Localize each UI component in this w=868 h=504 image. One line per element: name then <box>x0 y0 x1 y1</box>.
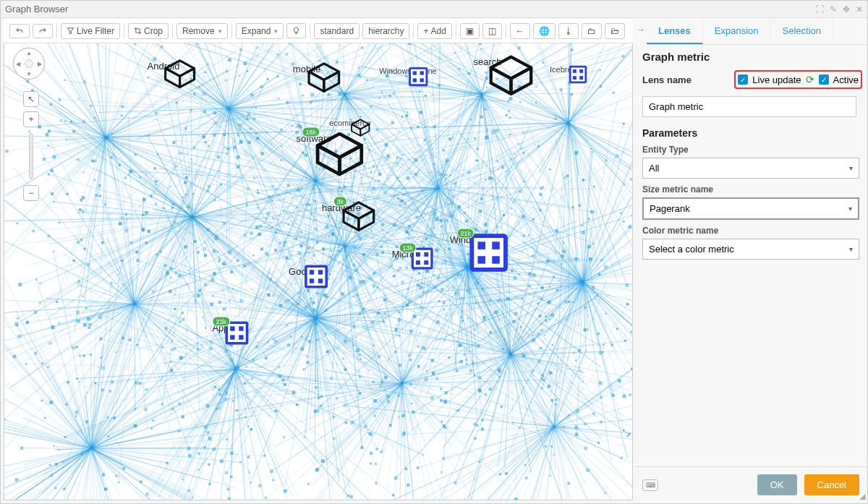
active-checkbox[interactable]: ✓ <box>819 74 829 85</box>
undo-button[interactable] <box>9 24 30 38</box>
folder-icon[interactable]: 🗀 <box>582 23 602 39</box>
svg-rect-3637 <box>343 186 346 189</box>
tab-lenses[interactable]: Lenses <box>647 19 703 44</box>
svg-rect-2529 <box>373 86 374 87</box>
svg-rect-2432 <box>237 155 240 158</box>
back-icon[interactable]: ← <box>510 23 530 39</box>
expand-dropdown[interactable]: Expand <box>236 23 284 39</box>
svg-rect-2460 <box>278 98 280 100</box>
layout-hierarchy[interactable]: hierarchy <box>362 23 409 39</box>
svg-rect-2754 <box>333 417 335 419</box>
pan-down-icon[interactable]: ▼ <box>26 71 32 77</box>
frame-icon[interactable]: ◫ <box>482 23 502 39</box>
close-icon[interactable]: ✕ <box>856 4 863 14</box>
svg-rect-2988 <box>439 173 443 176</box>
resize-handle-icon[interactable]: ◢ <box>859 492 865 501</box>
refresh-icon[interactable]: ⟳ <box>806 74 814 85</box>
svg-rect-3506 <box>150 195 152 197</box>
svg-rect-3211 <box>440 388 442 390</box>
lightbulb-button[interactable] <box>286 23 306 38</box>
svg-rect-2705 <box>354 218 357 221</box>
svg-rect-3210 <box>328 273 331 276</box>
svg-rect-3536 <box>148 230 150 233</box>
graph-canvas[interactable]: Androidmobile Windows Phonesearchecommer… <box>4 43 632 500</box>
keyboard-icon[interactable]: ⌨ <box>642 479 658 491</box>
svg-rect-2458 <box>237 134 239 137</box>
pan-up-icon[interactable]: ▲ <box>26 50 32 56</box>
svg-rect-3345 <box>244 417 246 418</box>
svg-rect-3186 <box>307 483 310 485</box>
svg-rect-2717 <box>362 308 365 311</box>
svg-rect-2578 <box>479 43 482 45</box>
pan-right-icon[interactable]: ▶ <box>38 61 42 67</box>
svg-rect-2450 <box>361 46 364 49</box>
zoom-in-button[interactable]: + <box>23 111 39 127</box>
svg-rect-2454 <box>225 80 226 81</box>
ok-button[interactable]: OK <box>757 474 797 495</box>
svg-rect-2494 <box>246 204 248 206</box>
download-icon[interactable]: ⭳ <box>558 23 579 39</box>
svg-rect-2720 <box>233 146 237 150</box>
zoom-slider[interactable] <box>29 133 33 179</box>
svg-rect-2759 <box>399 158 402 161</box>
graph-viewport[interactable]: Androidmobile Windows Phonesearchecommer… <box>4 43 633 500</box>
image-export-icon[interactable]: ▣ <box>460 23 480 39</box>
tab-expansion[interactable]: Expansion <box>703 19 771 44</box>
svg-rect-3509 <box>18 283 22 286</box>
pan-left-icon[interactable]: ◀ <box>16 61 20 67</box>
move-icon[interactable]: ✥ <box>843 4 850 14</box>
layout-standard[interactable]: standard <box>314 23 359 39</box>
pointer-tool[interactable]: ↖ <box>23 91 39 107</box>
svg-rect-3631 <box>421 283 422 284</box>
svg-rect-3694 <box>394 477 398 480</box>
svg-rect-2994 <box>548 301 551 304</box>
svg-rect-3437 <box>315 380 316 382</box>
zoom-out-button[interactable]: − <box>23 185 39 201</box>
svg-rect-3293 <box>203 446 206 449</box>
color-metric-select[interactable]: Select a color metric <box>642 239 859 260</box>
svg-rect-2803 <box>305 306 307 309</box>
svg-rect-3573 <box>82 210 85 213</box>
size-metric-select[interactable]: Pagerank <box>642 197 859 220</box>
live-filter-button[interactable]: Live Filter <box>61 23 120 39</box>
remove-dropdown[interactable]: Remove <box>176 23 228 39</box>
svg-rect-2699 <box>465 220 468 223</box>
svg-rect-2976 <box>506 297 509 300</box>
cancel-button[interactable]: Cancel <box>804 474 859 495</box>
svg-rect-2715 <box>408 238 410 240</box>
panel-collapse-icon[interactable]: → <box>635 19 647 45</box>
svg-rect-3543 <box>135 251 138 254</box>
lens-name-input[interactable] <box>642 96 856 117</box>
svg-rect-2535 <box>319 60 320 61</box>
add-button[interactable]: + Add <box>417 23 451 39</box>
pan-control[interactable]: ▲ ▼ ▶ ◀ <box>13 48 45 80</box>
svg-rect-2795 <box>330 377 333 380</box>
svg-rect-2769 <box>376 252 380 256</box>
svg-rect-2465 <box>363 166 365 167</box>
svg-rect-2375 <box>121 114 123 116</box>
svg-rect-2420 <box>53 155 56 159</box>
edit-icon[interactable]: ✎ <box>830 4 837 14</box>
svg-rect-2406 <box>77 280 80 283</box>
svg-rect-2889 <box>469 293 470 294</box>
entity-type-select[interactable]: All <box>642 158 859 179</box>
svg-rect-2360 <box>84 248 86 250</box>
live-update-checkbox[interactable]: ✓ <box>738 74 748 85</box>
svg-rect-3110 <box>413 268 416 271</box>
svg-rect-3700 <box>480 197 483 200</box>
svg-rect-2899 <box>405 74 408 77</box>
folder-open-icon[interactable]: 🗁 <box>605 23 625 39</box>
tab-selection[interactable]: Selection <box>771 19 833 44</box>
svg-rect-2957 <box>629 225 631 228</box>
redo-button[interactable] <box>33 24 53 38</box>
svg-rect-3271 <box>512 422 514 424</box>
fullscreen-icon[interactable]: ⛶ <box>815 4 824 14</box>
svg-rect-3690 <box>605 313 607 315</box>
globe-icon[interactable]: 🌐 <box>533 23 556 39</box>
svg-rect-2840 <box>381 251 384 254</box>
svg-rect-3424 <box>340 211 344 215</box>
svg-rect-2408 <box>94 117 96 119</box>
svg-rect-3265 <box>626 303 629 306</box>
crop-button[interactable]: Crop <box>128 23 169 39</box>
svg-rect-3075 <box>186 283 188 285</box>
